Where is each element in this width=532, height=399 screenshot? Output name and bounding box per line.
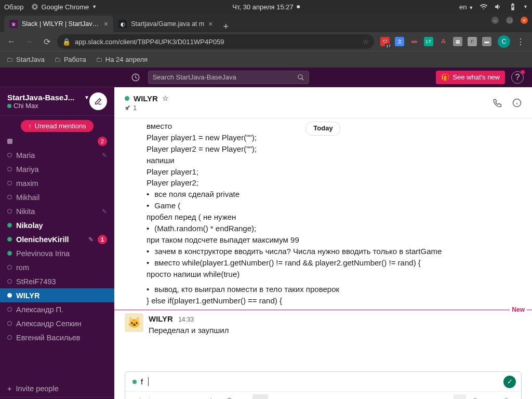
ext-icon[interactable]: F bbox=[468, 37, 477, 46]
channel-title[interactable]: WILYR ☆ bbox=[125, 94, 169, 103]
close-icon[interactable]: × bbox=[104, 20, 108, 28]
strike-button[interactable]: S bbox=[186, 394, 202, 400]
dm-item[interactable]: StReiF7493 bbox=[0, 274, 114, 288]
edit-icon: ✎ bbox=[102, 152, 107, 159]
dm-item[interactable]: Евгений Васильев bbox=[0, 330, 114, 344]
phone-icon[interactable] bbox=[493, 98, 502, 108]
workspace-header[interactable]: StartJava-BaseJ... ▼ Chi Max bbox=[0, 87, 114, 116]
emoji-button[interactable]: ☺ bbox=[484, 394, 499, 400]
tab-github[interactable]: ◐ Startjava/Game.java at m × bbox=[113, 16, 218, 32]
message: 🐱 WILYR 14:33 Переделал и заупшил bbox=[114, 310, 532, 340]
dm-item[interactable]: rom bbox=[0, 260, 114, 274]
dm-item[interactable]: Александр Сепкин bbox=[0, 316, 114, 330]
dm-item[interactable]: maxim bbox=[0, 176, 114, 190]
attach-button[interactable]: 📎 bbox=[500, 394, 516, 400]
lang-indicator[interactable]: en ▼ bbox=[459, 3, 473, 11]
avatar[interactable]: 🐱 bbox=[125, 313, 143, 332]
dm-name: WILYR bbox=[16, 291, 107, 300]
ext-icon[interactable]: ▦ bbox=[453, 37, 462, 46]
reload-button[interactable]: ⟳ bbox=[39, 34, 54, 49]
dm-name: rom bbox=[16, 263, 107, 272]
new-tab-button[interactable]: + bbox=[218, 21, 234, 32]
bold-button[interactable]: B bbox=[153, 394, 168, 400]
chrome-menu-icon[interactable]: ⋮ bbox=[513, 37, 528, 47]
window-minimize-button[interactable]: – bbox=[491, 17, 499, 24]
link-button[interactable]: 🔗 bbox=[219, 394, 235, 400]
author[interactable]: WILYR bbox=[149, 314, 173, 323]
bookmark-folder[interactable]: 🗀Работа bbox=[54, 56, 86, 63]
translate-icon[interactable]: 文 bbox=[395, 37, 404, 46]
dm-name: OlenichevKirill bbox=[16, 235, 84, 244]
apps-section[interactable]: ▸ Apps + bbox=[0, 397, 114, 399]
lightning-icon[interactable]: ⚡ bbox=[130, 394, 146, 400]
clock[interactable]: Чт, 30 апреля 15:27 bbox=[232, 3, 294, 11]
italic-button[interactable]: I bbox=[169, 394, 185, 400]
timestamp[interactable]: 14:33 bbox=[178, 316, 194, 323]
wifi-icon[interactable] bbox=[480, 3, 488, 11]
app-menu[interactable]: Google Chrome ▼ bbox=[31, 3, 97, 11]
dm-item[interactable]: WILYR bbox=[0, 288, 114, 302]
ext-icon[interactable]: ▬ bbox=[482, 37, 491, 46]
system-menu-chevron-icon[interactable]: ▼ bbox=[523, 4, 528, 9]
close-icon[interactable]: × bbox=[208, 20, 212, 28]
invite-people[interactable]: +Invite people bbox=[0, 380, 114, 397]
current-user: Chi Max bbox=[7, 102, 89, 110]
composer-toolbar: ⚡ B I S </> 🔗 ≡ ⋮≡ ❝ ⧉ Aa @ ☺ 📎 bbox=[125, 391, 521, 399]
dm-list: 2Maria✎MariyamaximMikhailNikita✎NikolayO… bbox=[0, 134, 114, 380]
dm-item[interactable]: OlenichevKirill✎1 bbox=[0, 232, 114, 246]
bookmark-folder[interactable]: 🗀На 24 апреля bbox=[96, 56, 148, 63]
mention-button[interactable]: @ bbox=[467, 394, 483, 400]
code-button[interactable]: </> bbox=[203, 394, 218, 400]
dm-item[interactable]: Mikhail bbox=[0, 190, 114, 204]
composer-input[interactable]: f ✓ bbox=[125, 372, 521, 391]
presence-icon bbox=[132, 380, 137, 384]
info-icon[interactable] bbox=[512, 98, 522, 108]
back-button[interactable]: ← bbox=[4, 34, 19, 49]
presence-icon bbox=[7, 153, 12, 157]
tab-slack[interactable]: ※ Slack | WILYR | StartJava-B × bbox=[4, 16, 113, 32]
dm-item[interactable]: Nikolay bbox=[0, 218, 114, 232]
dm-item[interactable]: Mariya bbox=[0, 162, 114, 176]
ext-icon[interactable]: ⁂ bbox=[438, 37, 448, 46]
whats-new-button[interactable]: 🎁 See what's new bbox=[436, 71, 505, 84]
dm-item[interactable]: Pelevinova Irina bbox=[0, 246, 114, 260]
codeblock-button[interactable]: ⧉ bbox=[286, 394, 301, 400]
bullet-list-button[interactable]: ⋮≡ bbox=[252, 394, 268, 400]
star-icon[interactable]: ☆ bbox=[162, 94, 169, 102]
send-button[interactable]: ✓ bbox=[503, 376, 516, 388]
tab-title: Slack | WILYR | StartJava-B bbox=[22, 20, 100, 28]
message-content: вместо Player player1 = new Player(""); … bbox=[114, 121, 532, 307]
plus-icon: + bbox=[7, 384, 11, 393]
help-button[interactable]: ? bbox=[511, 71, 524, 84]
ordered-list-button[interactable]: ≡ bbox=[236, 394, 251, 400]
pin-count[interactable]: 1 bbox=[125, 104, 169, 112]
presence-icon bbox=[7, 335, 12, 340]
dm-item[interactable]: Maria✎ bbox=[0, 148, 114, 162]
history-icon[interactable] bbox=[129, 71, 142, 84]
dm-item[interactable]: Александр П. bbox=[0, 302, 114, 316]
window-maximize-button[interactable]: □ bbox=[506, 17, 513, 24]
overview-button[interactable]: Обзор bbox=[4, 3, 24, 11]
format-button[interactable]: Aa bbox=[454, 394, 466, 400]
search-input[interactable]: Search StartJava-BaseJava bbox=[148, 71, 309, 84]
adblock-icon[interactable]: 🛡 bbox=[380, 37, 390, 46]
today-divider[interactable]: Today bbox=[305, 122, 340, 136]
quote-button[interactable]: ❝ bbox=[269, 394, 285, 400]
bookmark-folder[interactable]: 🗀StartJava bbox=[6, 56, 45, 63]
battery-icon[interactable] bbox=[509, 3, 517, 11]
star-icon[interactable]: ☆ bbox=[363, 38, 369, 46]
presence-icon bbox=[7, 209, 12, 214]
window-close-button[interactable]: × bbox=[521, 17, 528, 24]
main-pane: WILYR ☆ 1 Today вместо Player bbox=[114, 87, 532, 399]
languagetool-icon[interactable]: LT bbox=[424, 37, 433, 46]
profile-avatar[interactable]: C bbox=[498, 35, 510, 48]
compose-button[interactable] bbox=[89, 92, 107, 110]
omnibox[interactable]: 🔒 app.slack.com/client/T8PP4UPK3/D011WP4… bbox=[57, 34, 374, 49]
composer: f ✓ ⚡ B I S </> 🔗 ≡ ⋮≡ ❝ ⧉ Aa bbox=[125, 371, 522, 399]
ext-icon[interactable]: ᚔ bbox=[409, 37, 419, 46]
dm-item[interactable]: 2 bbox=[0, 134, 114, 148]
volume-icon[interactable] bbox=[494, 3, 502, 11]
unread-mentions-button[interactable]: ↑ Unread mentions bbox=[21, 120, 94, 132]
presence-icon bbox=[7, 251, 12, 256]
dm-item[interactable]: Nikita✎ bbox=[0, 204, 114, 218]
